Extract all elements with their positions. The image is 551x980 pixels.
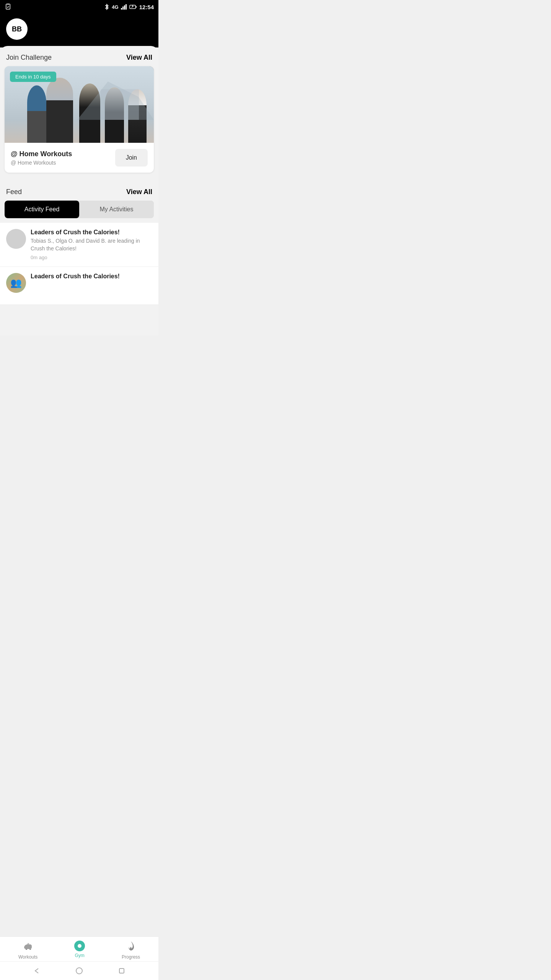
join-challenge-view-all[interactable]: View All: [126, 54, 152, 62]
main-content: Join Challenge View All: [0, 46, 158, 335]
feed-avatar-2: [6, 273, 26, 293]
challenge-image: Ends in 10 days: [5, 66, 154, 143]
app-header: BB: [0, 14, 158, 47]
join-button[interactable]: Join: [115, 149, 148, 167]
signal-4g: 4G: [112, 4, 118, 10]
status-bar: 4G 12:54: [0, 0, 158, 14]
feed-view-all[interactable]: View All: [126, 188, 152, 196]
feed-desc-1: Tobias S., Olga O. and David B. are lead…: [31, 237, 152, 252]
svg-rect-7: [135, 6, 137, 8]
feed-title-1: Leaders of Crush the Calories!: [31, 229, 152, 236]
signal-bars-icon: [121, 4, 127, 10]
feed-content-1: Leaders of Crush the Calories! Tobias S.…: [31, 229, 152, 260]
feed-content-2: Leaders of Crush the Calories!: [31, 273, 152, 281]
people-silhouettes: [5, 78, 154, 143]
feed-tabs: Activity Feed My Activities: [5, 201, 154, 218]
feed-title: Feed: [6, 188, 22, 196]
person1: [27, 85, 46, 143]
feed-time-1: 0m ago: [31, 255, 152, 260]
status-left: [5, 3, 11, 10]
svg-rect-2: [121, 8, 122, 10]
challenge-card: Ends in 10 days @ Home Workouts @ Home W…: [5, 66, 154, 173]
ends-badge: Ends in 10 days: [10, 72, 56, 82]
person2: [46, 78, 73, 143]
feed-item: Leaders of Crush the Calories! Tobias S.…: [0, 223, 158, 267]
feed-section: Feed View All Activity Feed My Activitie…: [0, 180, 158, 305]
challenge-subtitle: @ Home Workouts: [11, 160, 115, 166]
challenge-text: @ Home Workouts @ Home Workouts: [11, 150, 115, 166]
feed-title-2: Leaders of Crush the Calories!: [31, 273, 152, 280]
time-display: 12:54: [139, 4, 154, 10]
join-challenge-title: Join Challenge: [6, 54, 52, 62]
tab-activity-feed[interactable]: Activity Feed: [5, 201, 79, 218]
join-challenge-header: Join Challenge View All: [0, 46, 158, 66]
user-avatar[interactable]: BB: [6, 18, 28, 40]
svg-rect-3: [122, 7, 124, 10]
battery-icon: [129, 4, 137, 10]
feed-avatar-1: [6, 229, 26, 249]
svg-rect-0: [6, 4, 10, 10]
feed-list: Leaders of Crush the Calories! Tobias S.…: [0, 223, 158, 305]
feed-item-2: Leaders of Crush the Calories!: [0, 267, 158, 305]
svg-rect-5: [126, 4, 127, 10]
challenge-name: @ Home Workouts: [11, 150, 115, 158]
tab-my-activities[interactable]: My Activities: [79, 201, 154, 218]
challenge-info: @ Home Workouts @ Home Workouts Join: [5, 143, 154, 173]
svg-rect-4: [124, 5, 125, 10]
svg-rect-1: [7, 4, 9, 5]
status-right: 4G 12:54: [104, 3, 154, 10]
notification-icon: [5, 3, 11, 10]
bluetooth-icon: [104, 3, 109, 10]
feed-header: Feed View All: [0, 180, 158, 201]
